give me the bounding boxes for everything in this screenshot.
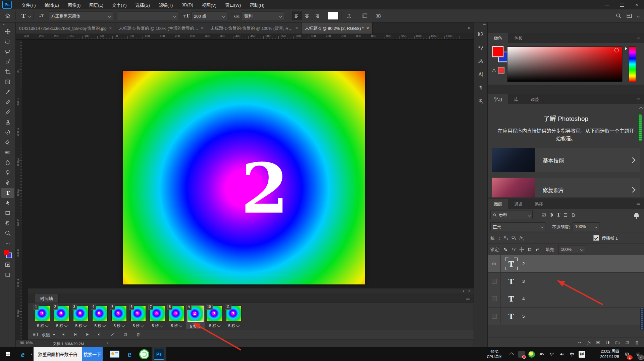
opacity-input[interactable]: 100% (573, 222, 599, 231)
frame-tool[interactable] (1, 77, 14, 87)
tab-overflow-icon[interactable]: » (464, 22, 474, 34)
filter-smart-objects-icon[interactable] (571, 213, 576, 217)
toolbar-foreground-swatch[interactable] (4, 250, 9, 255)
timeline-close-icon[interactable]: × (468, 289, 470, 293)
learn-scrollbar[interactable] (638, 114, 642, 142)
frame-duration-chevron-icon[interactable] (45, 324, 48, 327)
quick-select-tool[interactable] (1, 57, 14, 67)
toggle-panels-icon[interactable] (360, 11, 370, 20)
fill-input[interactable]: 100% (558, 245, 585, 254)
panel-strip-collapse-icon[interactable]: «« (483, 22, 487, 27)
clone-stamp-tool[interactable] (1, 117, 14, 127)
align-right-button[interactable] (312, 11, 322, 20)
frame-duration[interactable]: 5 秒 (132, 323, 143, 328)
filter-adjustment-layers-icon[interactable] (549, 213, 554, 217)
gradient-tool[interactable] (1, 147, 14, 157)
learn-panel-tab[interactable]: 库 (508, 94, 525, 104)
frame-thumbnail[interactable]: 56 (130, 306, 146, 321)
frame-duration[interactable]: 5 秒 (190, 323, 201, 329)
timeline-frame[interactable]: 9115 秒 (224, 306, 243, 328)
frame-duration[interactable]: 5 秒 (75, 323, 86, 328)
layer-row[interactable]: T2 (488, 255, 644, 273)
document-canvas[interactable]: 2 (123, 71, 365, 284)
loop-select[interactable]: 永远 (42, 331, 55, 338)
tab-close-icon[interactable]: × (366, 26, 369, 31)
timeline-collapse-icon[interactable]: ‹‹ (463, 289, 464, 293)
character-panel-icon[interactable]: A| (475, 69, 486, 79)
hue-slider-handle-icon[interactable] (625, 47, 627, 50)
frame-duration-chevron-icon[interactable] (198, 324, 201, 328)
timeline-frame[interactable]: 295 秒 (186, 306, 205, 329)
frame-duration-chevron-icon[interactable] (217, 324, 220, 327)
path-select-tool[interactable] (1, 198, 14, 208)
tray-green-icon[interactable] (527, 347, 537, 361)
volume-icon[interactable] (557, 347, 567, 361)
taskbar-search-input[interactable]: 独董薪酬相差数千倍 (34, 347, 82, 361)
menu-item[interactable]: 帮助(H) (245, 0, 269, 9)
ime-pinyin-button[interactable]: 拼 (577, 347, 587, 361)
marquee-tool[interactable] (1, 37, 14, 47)
tween-button[interactable] (108, 332, 117, 337)
layers-panel-tab[interactable]: 通道 (508, 199, 529, 209)
taskbar-app-photoshop[interactable]: Ps (152, 347, 166, 361)
timeline-frame[interactable]: 825 秒 (52, 306, 71, 328)
brushes-panel-icon[interactable] (475, 56, 486, 66)
tab-close-icon[interactable]: × (109, 26, 112, 31)
timeline-frame[interactable]: 9105 秒 (205, 306, 224, 328)
layer-thumbnail[interactable]: T (505, 292, 518, 305)
timeline-frame[interactable]: 915 秒 (33, 306, 52, 328)
unify-style-icon[interactable]: fxo (520, 235, 524, 241)
frame-thumbnail[interactable]: 29 (187, 306, 204, 322)
frame-duration-chevron-icon[interactable] (141, 324, 144, 327)
eraser-tool[interactable] (1, 137, 14, 147)
properties-3d-panel-icon[interactable] (475, 96, 486, 106)
type-tool-preset-chevron-icon[interactable] (28, 14, 32, 17)
text-color-swatch[interactable] (328, 12, 338, 20)
ellipsis-tool[interactable]: ⋯ (1, 238, 14, 248)
color-cursor-icon[interactable] (614, 48, 619, 52)
taskbar-app-edge[interactable]: e (122, 347, 137, 361)
timeline-tab[interactable]: 时间轴 (35, 294, 59, 303)
menu-item[interactable]: 视图(V) (198, 0, 221, 9)
ie-icon[interactable]: e (16, 347, 30, 361)
gamut-warning[interactable]: ⚠ (492, 67, 504, 74)
menu-item[interactable]: 滤镜(T) (154, 0, 177, 9)
frame-thumbnail[interactable]: 37 (150, 306, 165, 321)
filter-shape-layers-icon[interactable] (563, 213, 568, 217)
text-orientation-icon[interactable] (37, 11, 47, 20)
menu-item[interactable]: 图像(I) (63, 0, 85, 9)
new-layer-icon[interactable] (625, 340, 630, 345)
delete-layer-icon[interactable] (635, 340, 639, 345)
layer-row[interactable]: T4 (488, 290, 644, 308)
menu-item[interactable]: 文字(Y) (108, 0, 131, 9)
brush-tool[interactable] (1, 107, 14, 117)
filter-toggle-pin-icon[interactable] (634, 213, 639, 217)
color-panel-tab[interactable]: 色板 (508, 33, 529, 43)
toolbar-color-swatches[interactable] (4, 250, 12, 258)
frame-duration-chevron-icon[interactable] (236, 324, 239, 327)
duplicate-frame-button[interactable] (121, 332, 130, 337)
frame-duration[interactable]: 5 秒 (113, 323, 124, 328)
scroll-up-icon[interactable] (639, 107, 643, 110)
layer-visibility-toggle[interactable] (488, 255, 501, 272)
move-tool[interactable] (1, 27, 14, 37)
history-panel-icon[interactable] (475, 29, 486, 39)
add-mask-icon[interactable] (596, 340, 600, 345)
learn-panel-tab[interactable]: 学习 (488, 94, 508, 104)
unify-position-icon[interactable]: ✕o (503, 235, 508, 240)
learn-panel-tab[interactable]: 调整 (525, 94, 545, 104)
convert-timeline-icon[interactable] (31, 331, 40, 337)
search-dropdown-icon[interactable]: ▾ (30, 347, 34, 361)
propagate-frame-checkbox[interactable] (593, 235, 599, 241)
layers-panel-tab[interactable]: 图层 (488, 199, 508, 209)
status-chevron-icon[interactable]: › (107, 341, 108, 345)
lasso-tool[interactable] (1, 47, 14, 57)
foreground-color-swatch[interactable] (492, 46, 503, 57)
frame-duration-chevron-icon[interactable] (64, 324, 67, 327)
lock-transparency-icon[interactable] (503, 247, 508, 252)
font-style-select[interactable]: - (117, 11, 178, 20)
close-button[interactable]: × (629, 0, 644, 9)
frame-duration[interactable]: 5 秒 (171, 323, 181, 328)
lock-position-icon[interactable] (519, 247, 524, 252)
align-left-button[interactable] (292, 11, 302, 20)
